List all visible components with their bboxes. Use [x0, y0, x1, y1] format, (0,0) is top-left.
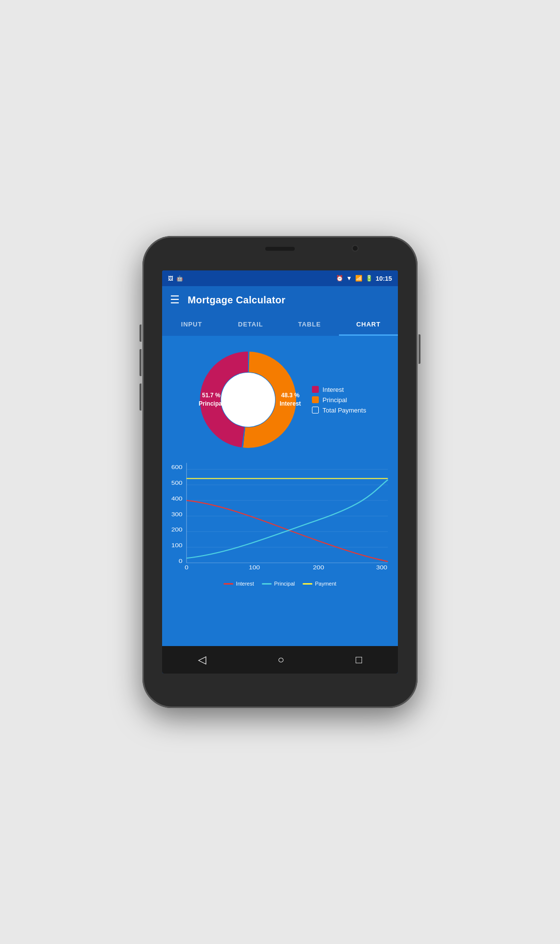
line-legend-interest: Interest [224, 581, 254, 587]
donut-chart: 51.7 %Principal 48.3 %Interest [194, 346, 302, 454]
legend-interest: Interest [312, 386, 366, 393]
alarm-icon: ⏰ [336, 275, 343, 282]
phone-frame: 🖼 🤖 ⏰ ▼ 📶 🔋 10:15 ☰ Mortgage Calculator … [142, 236, 418, 708]
legend-interest-label: Interest [323, 386, 344, 393]
app-title: Mortgage Calculator [188, 295, 285, 306]
svg-text:600: 600 [171, 465, 183, 471]
tab-chart[interactable]: CHART [339, 314, 398, 335]
status-bar: 🖼 🤖 ⏰ ▼ 📶 🔋 10:15 [162, 270, 398, 286]
chart-area: 51.7 %Principal 48.3 %Interest Interest … [162, 336, 398, 646]
phone-camera [352, 245, 359, 252]
tab-detail[interactable]: DETAIL [221, 314, 280, 335]
android-icon: 🤖 [176, 275, 183, 282]
line-legend-payment-label: Payment [315, 581, 336, 587]
top-bar: ☰ Mortgage Calculator [162, 286, 398, 314]
donut-legend: Interest Principal Total Payments [312, 386, 366, 414]
legend-principal-label: Principal [323, 396, 347, 404]
wifi-icon: ▼ [346, 275, 352, 282]
line-legend-interest-label: Interest [236, 581, 254, 587]
image-icon: 🖼 [168, 275, 173, 281]
principal-color-dot [312, 396, 319, 403]
svg-text:200: 200 [171, 527, 183, 533]
phone-screen: 🖼 🤖 ⏰ ▼ 📶 🔋 10:15 ☰ Mortgage Calculator … [162, 270, 398, 674]
total-payments-color-dot [312, 407, 319, 413]
svg-text:100: 100 [171, 542, 183, 549]
line-chart-legend: Interest Principal Payment [167, 581, 393, 587]
svg-text:0: 0 [179, 558, 183, 564]
tab-table[interactable]: TABLE [280, 314, 339, 335]
menu-button[interactable]: ☰ [170, 295, 180, 305]
svg-text:500: 500 [171, 480, 183, 486]
legend-total-payments: Total Payments [312, 407, 366, 414]
principal-label: 51.7 %Principal [199, 391, 224, 408]
legend-principal: Principal [312, 396, 366, 404]
volume-down-button [140, 349, 141, 376]
svg-text:300: 300 [171, 511, 183, 518]
phone-speaker [265, 247, 295, 251]
recent-button[interactable]: □ [356, 653, 362, 666]
signal-icon: 📶 [355, 275, 363, 282]
svg-text:0: 0 [185, 564, 189, 571]
svg-point-4 [221, 373, 275, 427]
tab-input[interactable]: INPUT [162, 314, 221, 335]
legend-total-payments-label: Total Payments [323, 407, 366, 414]
home-button[interactable]: ○ [278, 653, 284, 666]
svg-text:400: 400 [171, 496, 183, 502]
line-legend-principal-label: Principal [274, 581, 295, 587]
svg-text:300: 300 [376, 564, 388, 571]
tab-bar: INPUT DETAIL TABLE CHART [162, 314, 398, 336]
power-button [419, 334, 420, 364]
line-chart: 600 500 400 300 200 100 0 0 100 200 300 [167, 459, 393, 641]
svg-rect-5 [167, 459, 393, 577]
line-legend-payment: Payment [303, 581, 336, 587]
payment-line-icon [303, 583, 312, 585]
interest-label: 48.3 %Interest [280, 391, 301, 408]
battery-icon: 🔋 [365, 275, 373, 282]
principal-line-icon [262, 583, 272, 585]
camera-button [140, 384, 141, 411]
bottom-nav: ◁ ○ □ [162, 646, 398, 674]
donut-section: 51.7 %Principal 48.3 %Interest Interest … [167, 346, 393, 454]
status-icons-right: ⏰ ▼ 📶 🔋 10:15 [336, 275, 392, 282]
svg-text:200: 200 [313, 564, 324, 571]
line-legend-principal: Principal [262, 581, 295, 587]
status-icons-left: 🖼 🤖 [168, 275, 183, 282]
interest-line-icon [224, 583, 233, 585]
status-time: 10:15 [376, 275, 392, 282]
volume-up-button [140, 324, 141, 342]
back-button[interactable]: ◁ [198, 653, 206, 666]
svg-text:100: 100 [249, 564, 260, 571]
interest-color-dot [312, 386, 319, 393]
